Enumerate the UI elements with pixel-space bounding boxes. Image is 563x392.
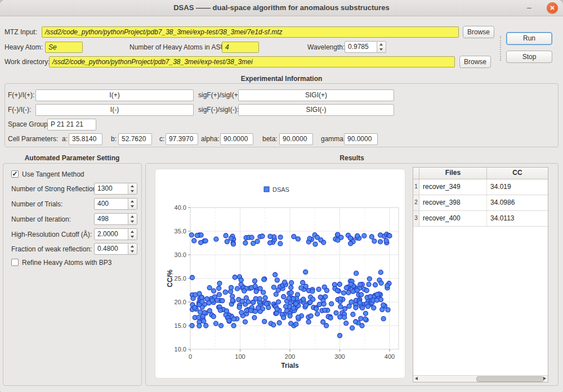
titlebar[interactable]: DSAS —— dual-space algorithm for anomalo… bbox=[0, 0, 563, 16]
table-row[interactable]: 2recover_39834.0986 bbox=[413, 195, 548, 211]
svg-text:35.0: 35.0 bbox=[175, 228, 186, 235]
svg-text:100: 100 bbox=[235, 353, 245, 360]
workdir-browse-button[interactable]: Browse bbox=[459, 56, 491, 68]
run-button[interactable]: Run bbox=[506, 32, 552, 45]
svg-text:400: 400 bbox=[385, 353, 395, 360]
scatter-points bbox=[189, 232, 392, 338]
cell-parameters-label: Cell Parameters: bbox=[8, 133, 58, 145]
cc-trials-chart: 010020030040010.015.020.025.030.035.040.… bbox=[155, 169, 405, 378]
spin-up-icon[interactable] bbox=[131, 231, 134, 233]
cell-b-field[interactable]: 52.7620 bbox=[118, 133, 152, 145]
space-group-field[interactable]: P 21 21 21 bbox=[47, 119, 96, 130]
spin-up-icon[interactable] bbox=[131, 215, 134, 218]
spin-down-icon[interactable] bbox=[131, 220, 134, 223]
scroll-right-icon[interactable] bbox=[543, 377, 546, 380]
spin-down-icon[interactable] bbox=[131, 205, 134, 208]
sigplus-label: sigF(+)/sigI(+): bbox=[198, 89, 242, 101]
svg-text:0: 0 bbox=[189, 353, 192, 360]
spin-up-icon[interactable] bbox=[131, 245, 134, 247]
cell-alpha-label: alpha: bbox=[201, 133, 220, 145]
weak-fraction-stepper[interactable] bbox=[128, 244, 137, 254]
close-button[interactable]: ✕ bbox=[547, 2, 558, 13]
cell-cc[interactable]: 34.0113 bbox=[487, 211, 548, 226]
auto-params-groupbox bbox=[3, 163, 142, 386]
cell-file[interactable]: recover_398 bbox=[419, 195, 487, 210]
resolution-cutoff-value[interactable]: 2.0000 bbox=[97, 229, 128, 240]
mtz-browse-button[interactable]: Browse bbox=[463, 26, 494, 38]
scrollbar-thumb[interactable] bbox=[476, 376, 544, 382]
num-iteration-spinbox[interactable]: 498 bbox=[94, 213, 137, 225]
resolution-cutoff-label: High-Resolution Cutoff (Å): bbox=[11, 229, 92, 240]
space-group-label: Space Group: bbox=[8, 119, 50, 130]
num-trials-value[interactable]: 400 bbox=[97, 199, 128, 209]
cell-gamma-label: gamma: bbox=[321, 133, 345, 145]
wavelength-value[interactable]: 0.9785 bbox=[348, 42, 377, 52]
strong-reflections-spinbox[interactable]: 1300 bbox=[94, 183, 137, 195]
y-axis-label: CC/% bbox=[166, 269, 174, 287]
row-number: 2 bbox=[413, 195, 419, 210]
refine-bp3-label: Refine Heavy Atoms with BP3 bbox=[22, 257, 111, 268]
spin-up-icon[interactable] bbox=[131, 200, 134, 202]
minimize-button[interactable]: – bbox=[522, 0, 536, 16]
spin-down-icon[interactable] bbox=[379, 48, 383, 51]
cell-file[interactable]: recover_349 bbox=[419, 179, 487, 195]
header-files[interactable]: Files bbox=[419, 168, 487, 179]
cell-alpha-field[interactable]: 90.0000 bbox=[220, 133, 253, 145]
cell-beta-field[interactable]: 90.0000 bbox=[279, 133, 313, 145]
heavy-atom-field[interactable]: Se bbox=[45, 42, 83, 53]
cell-file[interactable]: recover_400 bbox=[419, 211, 487, 226]
table-row[interactable]: 3recover_40034.0113 bbox=[413, 211, 548, 227]
strong-reflections-stepper[interactable] bbox=[128, 183, 137, 194]
num-trials-stepper[interactable] bbox=[128, 199, 137, 209]
cell-b-label: b: bbox=[111, 133, 117, 145]
stop-button[interactable]: Stop bbox=[506, 51, 552, 63]
spin-up-icon[interactable] bbox=[379, 43, 383, 46]
fplus-label: F(+)/I(+): bbox=[8, 89, 34, 101]
refine-bp3-checkbox[interactable] bbox=[11, 259, 19, 266]
use-tangent-checkbox[interactable]: ✓ bbox=[11, 170, 19, 178]
cell-cc[interactable]: 34.019 bbox=[487, 179, 548, 195]
resolution-cutoff-stepper[interactable] bbox=[128, 229, 137, 240]
cell-beta-label: beta: bbox=[262, 133, 278, 145]
spin-down-icon[interactable] bbox=[131, 236, 134, 238]
cell-a-label: a: bbox=[62, 133, 68, 145]
header-corner bbox=[413, 168, 419, 179]
window-title: DSAS —— dual-space algorithm for anomalo… bbox=[0, 0, 563, 16]
wavelength-spinbox[interactable]: 0.9785 bbox=[345, 41, 386, 53]
wavelength-stepper[interactable] bbox=[377, 42, 386, 52]
num-iteration-stepper[interactable] bbox=[128, 214, 137, 224]
header-cc[interactable]: CC bbox=[487, 168, 548, 179]
weak-fraction-spinbox[interactable]: 0.4800 bbox=[94, 243, 137, 255]
splitter-handle[interactable] bbox=[500, 36, 501, 61]
svg-text:15.0: 15.0 bbox=[175, 322, 186, 329]
strong-reflections-value[interactable]: 1300 bbox=[97, 183, 128, 194]
cell-gamma-field[interactable]: 90.0000 bbox=[344, 133, 378, 145]
plot-card: 010020030040010.015.020.025.030.035.040.… bbox=[155, 169, 405, 379]
spin-up-icon[interactable] bbox=[131, 185, 134, 187]
scroll-left-icon[interactable] bbox=[415, 377, 418, 380]
cell-a-field[interactable]: 35.8140 bbox=[69, 133, 102, 145]
results-table-header[interactable]: Files CC bbox=[413, 168, 548, 179]
num-trials-spinbox[interactable]: 400 bbox=[94, 198, 137, 210]
workdir-field[interactable]: /ssd2/code_python/pythonProject/pdb7_38_… bbox=[49, 56, 455, 67]
fplus-field[interactable]: I(+) bbox=[35, 89, 194, 101]
sigplus-field[interactable]: SIGI(+) bbox=[238, 89, 394, 101]
legend-marker-icon bbox=[264, 187, 269, 192]
spin-down-icon[interactable] bbox=[131, 190, 134, 192]
heavy-atom-label: Heavy Atom: bbox=[5, 42, 43, 53]
cell-c-field[interactable]: 97.3970 bbox=[166, 133, 198, 145]
weak-fraction-value[interactable]: 0.4800 bbox=[97, 244, 128, 254]
n-heavy-asu-field[interactable]: 4 bbox=[222, 42, 259, 53]
spin-down-icon[interactable] bbox=[131, 250, 134, 253]
sigminus-field[interactable]: SIGI(-) bbox=[238, 104, 394, 116]
resolution-cutoff-spinbox[interactable]: 2.0000 bbox=[94, 228, 137, 240]
results-table[interactable]: Files CC 1recover_34934.0192recover_3983… bbox=[413, 167, 548, 382]
num-iteration-value[interactable]: 498 bbox=[97, 214, 128, 224]
horizontal-scrollbar[interactable] bbox=[413, 375, 548, 382]
table-row[interactable]: 1recover_34934.019 bbox=[413, 179, 548, 195]
legend-dsas: DSAS bbox=[264, 186, 289, 193]
fminus-field[interactable]: I(-) bbox=[35, 104, 194, 116]
svg-text:10.0: 10.0 bbox=[175, 346, 186, 353]
mtz-input-field[interactable]: /ssd2/code_python/pythonProject/pdb7_38_… bbox=[42, 26, 459, 38]
cell-cc[interactable]: 34.0986 bbox=[487, 195, 548, 210]
